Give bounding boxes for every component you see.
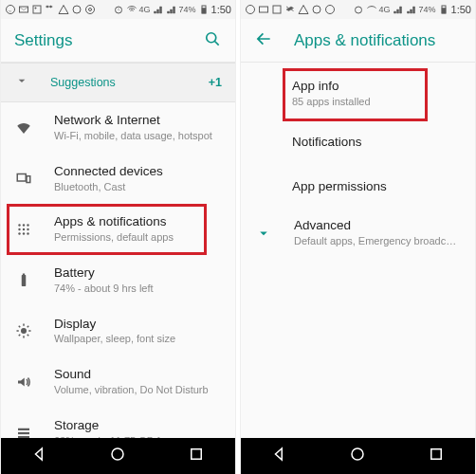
svg-point-35	[326, 6, 335, 14]
svg-rect-26	[18, 428, 29, 429]
svg-point-39	[352, 448, 363, 460]
warning-icon	[58, 4, 69, 15]
image-icon	[271, 4, 283, 15]
item-title: Storage	[54, 418, 222, 434]
item-apps-notifications[interactable]: Apps & notifications Permissions, defaul…	[1, 204, 235, 255]
display-icon	[14, 322, 33, 339]
signal-4g: 4G	[379, 5, 391, 14]
item-title: App info	[292, 79, 462, 95]
svg-point-19	[27, 228, 28, 230]
dropbox-icon	[45, 4, 56, 15]
nav-home-button[interactable]	[109, 446, 126, 466]
app-bar: Settings	[1, 19, 235, 63]
suggestions-label: Suggestions	[50, 76, 188, 89]
clock: 1:50	[211, 4, 231, 15]
item-subtitle: Bluetooth, Cast	[54, 181, 222, 194]
svg-point-17	[18, 228, 20, 230]
svg-rect-24	[23, 273, 25, 275]
item-app-permissions[interactable]: App permissions	[241, 166, 475, 209]
svg-point-29	[112, 448, 123, 460]
item-advanced[interactable]: Advanced Default apps, Emergency broadca…	[241, 208, 475, 259]
phone-settings: 4G 74% 1:50 Settings Suggestions +1 Netw…	[0, 0, 236, 474]
whatsapp-icon	[245, 4, 256, 15]
signal-icon-2	[406, 4, 417, 15]
chevron-down-icon	[14, 73, 29, 92]
nav-recent-button[interactable]	[188, 446, 205, 466]
item-network[interactable]: Network & Internet Wi-Fi, mobile, data u…	[1, 102, 235, 154]
battery-pct: 74%	[179, 5, 196, 14]
svg-rect-30	[192, 449, 202, 460]
item-subtitle: Permissions, default apps	[54, 231, 222, 245]
item-storage[interactable]: Storage 63% used - 11.75 GB free	[1, 408, 235, 438]
svg-rect-28	[18, 436, 29, 438]
status-bar: 4G 74% 1:50	[241, 0, 475, 19]
sync-icon	[311, 4, 322, 15]
whatsapp-icon	[5, 4, 16, 15]
page-title: Apps & notifications	[294, 31, 462, 50]
mail-icon	[258, 4, 269, 15]
devices-icon	[14, 170, 33, 187]
alarm-icon	[353, 4, 364, 15]
item-subtitle: 74% - about 9 hrs left	[54, 283, 222, 296]
signal-4g: 4G	[139, 5, 151, 14]
svg-rect-23	[22, 275, 27, 286]
svg-line-11	[215, 41, 219, 45]
dropbox-icon	[284, 4, 296, 15]
svg-point-4	[73, 6, 81, 13]
search-button[interactable]	[203, 29, 222, 52]
at-icon	[84, 4, 96, 15]
svg-rect-12	[17, 174, 26, 182]
warning-icon	[298, 4, 309, 15]
svg-rect-33	[273, 6, 281, 13]
svg-rect-2	[33, 6, 41, 13]
item-subtitle: Volume, vibration, Do Not Disturb	[54, 384, 222, 397]
svg-rect-27	[18, 431, 29, 433]
alarm-icon	[113, 4, 124, 15]
wifi-icon	[14, 119, 33, 137]
signal-icon-2	[166, 4, 177, 15]
mail-icon	[18, 4, 29, 15]
wifi-icon	[126, 4, 137, 15]
settings-list: Network & Internet Wi-Fi, mobile, data u…	[1, 102, 235, 438]
nav-back-button[interactable]	[31, 446, 48, 466]
item-battery[interactable]: Battery 74% - about 9 hrs left	[1, 255, 235, 306]
item-sound[interactable]: Sound Volume, vibration, Do Not Disturb	[1, 356, 235, 408]
nav-back-button[interactable]	[271, 446, 288, 466]
nav-recent-button[interactable]	[428, 446, 445, 466]
item-title: Connected devices	[54, 164, 222, 180]
battery-icon	[14, 272, 33, 289]
battery-icon	[438, 4, 449, 15]
apps-notifications-list: App info 85 apps installed Notifications…	[241, 63, 475, 438]
svg-rect-13	[27, 176, 30, 183]
item-display[interactable]: Display Wallpaper, sleep, font size	[1, 306, 235, 357]
item-subtitle: Wallpaper, sleep, font size	[54, 333, 222, 346]
nav-home-button[interactable]	[349, 446, 366, 466]
phone-apps-notifications: 4G 74% 1:50 Apps & notifications App inf…	[240, 0, 476, 474]
item-subtitle: 63% used - 11.75 GB free	[54, 435, 222, 438]
svg-rect-9	[202, 9, 206, 14]
storage-icon	[14, 425, 33, 438]
item-subtitle: 85 apps installed	[292, 96, 462, 109]
item-title: App permissions	[292, 179, 462, 195]
page-title: Settings	[14, 31, 203, 50]
svg-point-15	[23, 224, 25, 226]
signal-icon	[153, 4, 164, 15]
svg-point-18	[23, 228, 25, 230]
svg-point-31	[247, 6, 255, 14]
back-button[interactable]	[254, 29, 273, 52]
svg-rect-38	[442, 9, 446, 14]
app-bar: Apps & notifications	[241, 19, 475, 63]
svg-point-16	[27, 224, 28, 226]
status-bar: 4G 74% 1:50	[1, 0, 235, 19]
item-app-info[interactable]: App info 85 apps installed	[241, 68, 475, 119]
at-icon	[324, 4, 336, 15]
nav-bar	[1, 438, 235, 474]
item-title: Network & Internet	[54, 113, 222, 129]
item-connected-devices[interactable]: Connected devices Bluetooth, Cast	[1, 154, 235, 205]
svg-point-20	[18, 232, 20, 234]
svg-rect-1	[20, 7, 28, 12]
suggestions-row[interactable]: Suggestions +1	[1, 63, 235, 102]
item-title: Notifications	[292, 135, 462, 151]
item-title: Advanced	[294, 218, 462, 234]
item-notifications[interactable]: Notifications	[241, 119, 475, 166]
